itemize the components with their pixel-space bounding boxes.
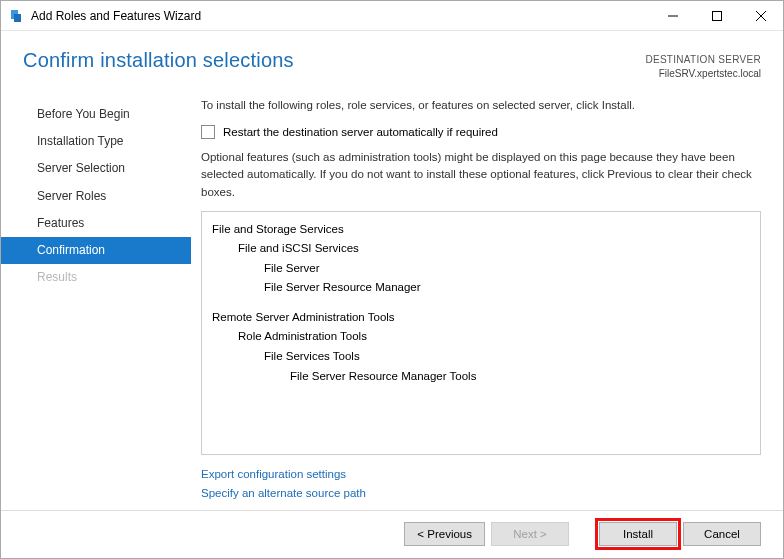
optional-note: Optional features (such as administratio… (201, 149, 761, 201)
footer: < Previous Next > Install Cancel (1, 510, 783, 558)
feature-item: File Server (212, 259, 750, 279)
feature-item: Remote Server Administration Tools (212, 308, 750, 328)
feature-item: File and Storage Services (212, 220, 750, 240)
feature-item: File and iSCSI Services (212, 239, 750, 259)
intro-text: To install the following roles, role ser… (201, 99, 761, 111)
app-icon (9, 8, 25, 24)
close-button[interactable] (739, 1, 783, 31)
nav-item-results: Results (1, 264, 191, 291)
page-title: Confirm installation selections (23, 49, 294, 72)
maximize-button[interactable] (695, 1, 739, 31)
minimize-button[interactable] (651, 1, 695, 31)
export-link[interactable]: Export configuration settings (201, 465, 761, 483)
content: To install the following roles, role ser… (191, 93, 783, 510)
restart-checkbox-label: Restart the destination server automatic… (223, 126, 498, 138)
destination-name: FileSRV.xpertstec.local (645, 67, 761, 81)
previous-button[interactable]: < Previous (404, 522, 485, 546)
titlebar: Add Roles and Features Wizard (1, 1, 783, 31)
nav-item-server-selection[interactable]: Server Selection (1, 155, 191, 182)
header: Confirm installation selections DESTINAT… (1, 31, 783, 93)
nav-item-confirmation[interactable]: Confirmation (1, 237, 191, 264)
checkbox-icon (201, 125, 215, 139)
restart-checkbox[interactable]: Restart the destination server automatic… (201, 125, 761, 139)
svg-rect-1 (14, 14, 21, 22)
feature-item: File Server Resource Manager Tools (212, 367, 750, 387)
links: Export configuration settings Specify an… (201, 455, 761, 506)
body: Before You BeginInstallation TypeServer … (1, 93, 783, 510)
feature-item: Role Administration Tools (212, 327, 750, 347)
nav-item-server-roles[interactable]: Server Roles (1, 183, 191, 210)
install-button[interactable]: Install (599, 522, 677, 546)
feature-item: File Server Resource Manager (212, 278, 750, 298)
nav-item-features[interactable]: Features (1, 210, 191, 237)
feature-list: File and Storage ServicesFile and iSCSI … (201, 211, 761, 455)
window-title: Add Roles and Features Wizard (31, 9, 201, 23)
sidebar: Before You BeginInstallation TypeServer … (1, 93, 191, 510)
nav-item-installation-type[interactable]: Installation Type (1, 128, 191, 155)
svg-rect-3 (713, 11, 722, 20)
destination-block: DESTINATION SERVER FileSRV.xpertstec.loc… (645, 49, 761, 81)
nav-item-before-you-begin[interactable]: Before You Begin (1, 101, 191, 128)
source-path-link[interactable]: Specify an alternate source path (201, 484, 761, 502)
next-button: Next > (491, 522, 569, 546)
destination-label: DESTINATION SERVER (645, 53, 761, 67)
cancel-button[interactable]: Cancel (683, 522, 761, 546)
feature-item: File Services Tools (212, 347, 750, 367)
